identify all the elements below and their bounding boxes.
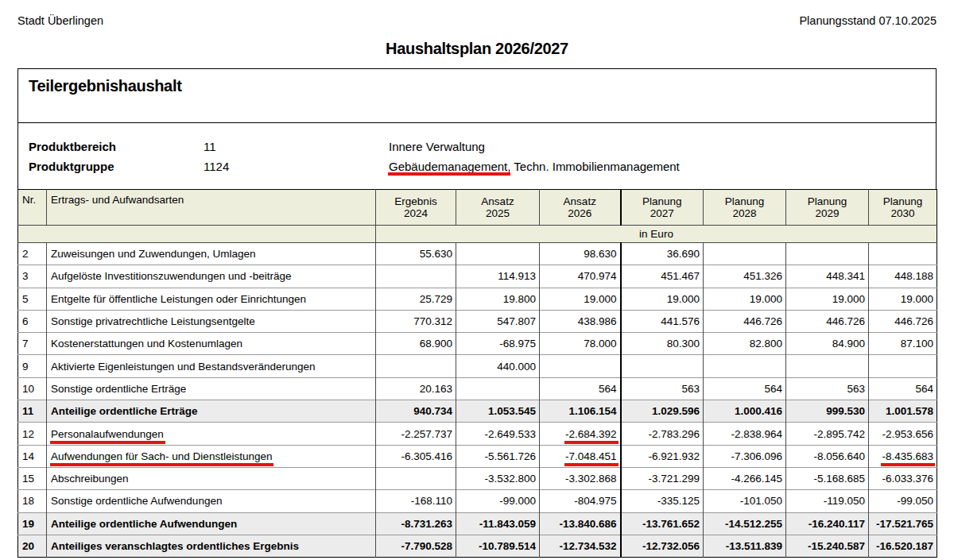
row-label-cell: Anteilige ordentliche Aufwendungen — [47, 512, 376, 535]
table-header-row: Nr. Ertrags- und Aufwandsarten Ergebnis2… — [18, 190, 937, 226]
value-cell: -99.050 — [869, 490, 937, 512]
value-cell: -168.110 — [376, 490, 456, 512]
planning-status-label: Planungsstand 07.10.2025 — [799, 14, 937, 28]
row-number-cell: 5 — [18, 288, 47, 310]
value-cell: -2.783.296 — [621, 423, 704, 445]
value-cell — [456, 243, 540, 265]
value-cell: -99.000 — [456, 490, 540, 512]
value-cell: 20.163 — [376, 377, 456, 400]
value-cell: 446.726 — [869, 310, 937, 332]
table-row: 3Aufgelöste Investitionszuwendungen und … — [18, 265, 937, 288]
row-number-cell: 3 — [18, 265, 47, 288]
value-cell: -2.953.656 — [869, 423, 937, 445]
row-number-cell: 6 — [18, 310, 47, 332]
value-cell: 547.807 — [456, 310, 540, 332]
value-cell: 19.000 — [621, 288, 704, 310]
table-row: 12Personalaufwendungen-2.257.737-2.649.5… — [18, 423, 937, 445]
value-cell — [376, 355, 456, 377]
product-info-section: Produktbereich11Innere VerwaltungProdukt… — [18, 123, 936, 189]
unit-row-empty-cell — [18, 226, 376, 243]
unit-label: in Euro — [376, 226, 937, 243]
value-cell: -10.789.514 — [456, 535, 540, 557]
row-number-cell: 7 — [18, 333, 47, 355]
value-cell: 68.900 — [376, 333, 456, 355]
value-cell: 441.576 — [621, 310, 704, 332]
value-cell: -12.732.056 — [621, 535, 704, 557]
row-label-cell: Entgelte für öffentliche Leistungen oder… — [47, 288, 376, 310]
product-code: 1124 — [204, 156, 389, 176]
value-cell: -14.512.255 — [704, 512, 786, 535]
value-cell — [376, 467, 456, 489]
value-cell: 19.000 — [540, 288, 621, 310]
value-cell: 36.690 — [621, 243, 704, 265]
row-label-cell: Kostenerstattungen und Kostenumlagen — [47, 333, 376, 355]
value-cell: 25.729 — [376, 288, 456, 310]
value-cell: -17.521.765 — [869, 512, 937, 535]
column-header-planung-2029: Planung2029 — [786, 190, 869, 226]
value-cell: -13.511.839 — [704, 535, 786, 557]
product-description: Gebäudemanagement, Techn. Immobilienmana… — [389, 156, 936, 176]
row-number-cell: 19 — [18, 512, 47, 535]
value-cell — [376, 265, 456, 288]
row-number-cell: 14 — [18, 445, 47, 467]
value-cell: -68.975 — [456, 333, 540, 355]
row-label-cell: Sonstige privatrechtliche Leistungsentge… — [47, 310, 376, 332]
product-description: Innere Verwaltung — [389, 137, 936, 156]
value-cell: -7.306.096 — [704, 445, 786, 467]
value-cell: -11.843.059 — [456, 512, 540, 535]
value-cell — [786, 355, 869, 377]
budget-table: Nr. Ertrags- und Aufwandsarten Ergebnis2… — [17, 189, 937, 558]
value-cell: 19.000 — [786, 288, 869, 310]
row-number-cell: 12 — [18, 423, 47, 445]
table-row: 11Anteilige ordentliche Erträge940.7341.… — [18, 400, 937, 423]
value-cell: -101.050 — [704, 490, 786, 512]
value-cell: 1.053.545 — [456, 400, 540, 423]
value-cell: 1.000.416 — [704, 400, 786, 423]
value-cell: -2.684.392 — [540, 423, 621, 445]
value-cell: 451.326 — [704, 265, 786, 288]
value-cell: -6.921.932 — [621, 445, 704, 467]
table-row: 10Sonstige ordentliche Erträge20.1635645… — [18, 377, 937, 400]
value-cell: -8.435.683 — [869, 445, 937, 467]
table-row: 19Anteilige ordentliche Aufwendungen-8.7… — [18, 512, 937, 535]
value-cell: -4.266.145 — [704, 467, 786, 489]
row-number-cell: 2 — [18, 243, 47, 265]
value-cell: -7.048.451 — [540, 445, 621, 467]
column-header-ergebnis-2024: Ergebnis2024 — [376, 190, 456, 226]
column-header-ansatz-2026: Ansatz2026 — [540, 190, 621, 226]
value-cell: 999.530 — [786, 400, 869, 423]
value-cell: -5.168.685 — [786, 467, 869, 489]
report-box: Teilergebnishaushalt Produktbereich11Inn… — [17, 68, 937, 189]
red-underlined-value: -2.684.392 — [565, 428, 617, 440]
table-row: 9Aktivierte Eigenleistungen und Bestands… — [18, 355, 937, 377]
column-header-planung-2028: Planung2028 — [704, 190, 786, 226]
value-cell: -16.240.117 — [786, 512, 869, 535]
value-cell: -12.734.532 — [540, 535, 621, 557]
value-cell: 84.900 — [786, 333, 869, 355]
product-row: Produktbereich11Innere Verwaltung — [29, 137, 936, 156]
row-label-cell: Sonstige ordentliche Erträge — [47, 377, 376, 400]
value-cell: 80.300 — [621, 333, 704, 355]
value-cell: -2.649.533 — [456, 423, 540, 445]
column-header-planung-2030: Planung2030 — [869, 190, 937, 226]
document-page: Stadt Überlingen Planungsstand 07.10.202… — [17, 0, 937, 558]
red-underlined-value: -8.435.683 — [882, 450, 933, 462]
table-row: 15Abschreibungen-3.532.800-3.302.868-3.7… — [18, 467, 937, 489]
value-cell: -15.240.587 — [786, 535, 869, 557]
table-row: 2Zuweisungen und Zuwendungen, Umlagen55.… — [18, 243, 937, 265]
column-header-planung-2027: Planung2027 — [621, 190, 704, 226]
value-cell: 1.001.578 — [869, 400, 937, 423]
row-label-cell: Aufgelöste Investitionszuwendungen und -… — [47, 265, 376, 288]
table-row: 18Sonstige ordentliche Aufwendungen-168.… — [18, 490, 937, 512]
row-number-cell: 18 — [18, 490, 47, 512]
value-cell: -13.761.652 — [621, 512, 704, 535]
value-cell: 82.800 — [704, 333, 786, 355]
value-cell — [621, 355, 704, 377]
section-title: Teilergebnishaushalt — [18, 69, 936, 123]
value-cell: -3.532.800 — [456, 467, 540, 489]
column-header-ansatz-2025: Ansatz2025 — [456, 190, 540, 226]
value-cell: 448.188 — [869, 265, 937, 288]
row-number-cell: 11 — [18, 400, 47, 423]
row-number-cell: 9 — [18, 355, 47, 377]
value-cell: -3.302.868 — [540, 467, 621, 489]
